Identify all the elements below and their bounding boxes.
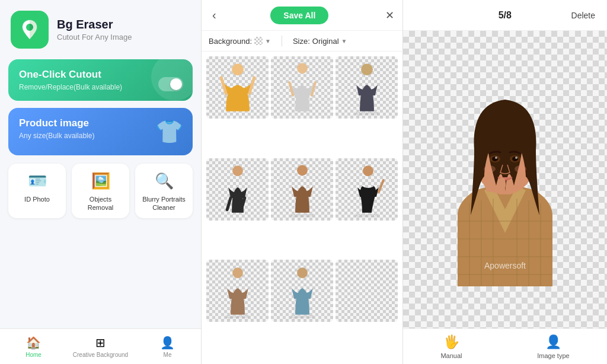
grid-cell-2[interactable] xyxy=(271,56,333,119)
svg-line-14 xyxy=(378,180,383,192)
svg-text:Apowersoft: Apowersoft xyxy=(484,261,526,270)
middle-filters: Background: ▼ Size: Original ▼ xyxy=(202,31,402,52)
id-photo-label: ID Photo xyxy=(24,195,50,203)
preview-area: Apowersoft xyxy=(403,31,607,328)
me-icon: 👤 xyxy=(160,336,175,350)
tshirt-icon: 👕 xyxy=(155,119,183,145)
filter-divider xyxy=(282,36,282,46)
svg-point-8 xyxy=(361,63,373,75)
image-type-tool[interactable]: 👤 Image type xyxy=(537,334,569,359)
objects-removal-icon: 🖼️ xyxy=(91,172,110,190)
svg-point-12 xyxy=(297,165,308,175)
creative-icon: ⊞ xyxy=(95,336,106,350)
app-icon xyxy=(11,11,49,49)
grid-cell-9[interactable] xyxy=(336,260,398,322)
image-counter: 5/8 xyxy=(448,10,562,21)
size-chevron-icon: ▼ xyxy=(341,38,347,44)
app-header: Bg Eraser Cutout For Any Image xyxy=(0,0,201,55)
tool-grid: 🪪 ID Photo 🖼️ Objects Removal 🔍 Blurry P… xyxy=(8,164,193,218)
size-label: Size: xyxy=(293,37,310,46)
svg-point-5 xyxy=(297,63,308,74)
image-grid: Apowersoft Apowersoft xyxy=(202,52,402,364)
objects-removal-tool[interactable]: 🖼️ Objects Removal xyxy=(72,164,129,218)
id-photo-tool[interactable]: 🪪 ID Photo xyxy=(8,164,66,218)
grid-cell-1[interactable] xyxy=(206,56,269,119)
blurry-portraits-tool[interactable]: 🔍 Blurry Portraits Cleaner xyxy=(135,164,193,218)
middle-panel: ‹ Save All ✕ Background: ▼ Size: Origina… xyxy=(202,0,403,364)
watermark-5: Apowersoft xyxy=(290,212,314,217)
toggle-knob xyxy=(170,78,182,90)
right-bottom-bar: 🖐️ Manual 👤 Image type xyxy=(403,328,607,364)
svg-point-15 xyxy=(232,267,243,278)
left-content: One-Click Cutout Remove/Replace(Bulk ava… xyxy=(0,55,201,328)
svg-point-34 xyxy=(495,157,497,159)
nav-me[interactable]: 👤 Me xyxy=(134,329,201,364)
grid-cell-6[interactable]: Apowersoft xyxy=(336,158,398,221)
size-value: Original xyxy=(312,37,339,46)
back-button[interactable]: ‹ xyxy=(210,6,219,24)
app-title-block: Bg Eraser Cutout For Any Image xyxy=(57,18,132,41)
watermark-6: Apowersoft xyxy=(354,212,378,217)
bg-chevron-icon: ▼ xyxy=(265,38,271,44)
blurry-portraits-label: Blurry Portraits Cleaner xyxy=(140,195,188,212)
nav-creative-label: Creative Background xyxy=(73,352,128,358)
manual-label: Manual xyxy=(440,352,462,359)
toggle-wrap xyxy=(158,77,183,91)
svg-point-37 xyxy=(515,165,526,173)
cutout-toggle[interactable] xyxy=(158,77,183,91)
bottom-nav: 🏠 Home ⊞ Creative Background 👤 Me xyxy=(0,328,201,364)
id-photo-icon: 🪪 xyxy=(28,172,47,190)
nav-creative[interactable]: ⊞ Creative Background xyxy=(67,329,134,364)
nav-home[interactable]: 🏠 Home xyxy=(0,329,67,364)
home-icon: 🏠 xyxy=(26,336,41,350)
svg-point-36 xyxy=(484,165,496,173)
image-type-icon: 👤 xyxy=(545,334,561,350)
left-panel: Bg Eraser Cutout For Any Image One-Click… xyxy=(0,0,202,364)
blurry-portraits-icon: 🔍 xyxy=(155,172,174,190)
manual-tool[interactable]: 🖐️ Manual xyxy=(440,334,462,359)
grid-cell-4[interactable] xyxy=(206,158,269,221)
grid-cell-3[interactable]: Apowersoft xyxy=(336,56,398,119)
app-title: Bg Eraser xyxy=(57,18,132,31)
svg-point-13 xyxy=(363,165,373,176)
svg-point-2 xyxy=(232,63,244,75)
product-card[interactable]: Product image Any size(Bulk available) 👕 xyxy=(8,108,193,155)
cutout-card[interactable]: One-Click Cutout Remove/Replace(Bulk ava… xyxy=(8,59,193,101)
svg-point-35 xyxy=(515,157,517,159)
watermark-8: Apowersoft xyxy=(290,313,314,318)
checker-icon xyxy=(254,37,263,45)
save-all-button[interactable]: Save All xyxy=(270,7,328,24)
grid-cell-5[interactable]: Apowersoft xyxy=(271,158,333,221)
close-button[interactable]: ✕ xyxy=(385,9,394,22)
background-filter[interactable]: Background: ▼ xyxy=(209,37,271,46)
middle-toolbar: ‹ Save All ✕ xyxy=(202,0,402,31)
nav-me-label: Me xyxy=(164,352,172,358)
svg-point-16 xyxy=(297,267,308,278)
watermark-3: Apowersoft xyxy=(354,110,378,115)
grid-cell-7[interactable]: Apowersoft xyxy=(206,260,269,322)
preview-image: Apowersoft xyxy=(434,73,576,286)
svg-line-10 xyxy=(227,198,231,210)
delete-button[interactable]: Delete xyxy=(571,11,595,20)
right-panel: 5/8 Delete xyxy=(403,0,607,364)
image-type-label: Image type xyxy=(537,352,569,359)
watermark-7: Apowersoft xyxy=(225,313,249,318)
objects-removal-label: Objects Removal xyxy=(76,195,124,212)
grid-cell-8[interactable]: Apowersoft xyxy=(271,260,333,322)
hand-icon: 🖐️ xyxy=(443,334,459,350)
app-subtitle: Cutout For Any Image xyxy=(57,33,132,41)
right-toolbar: 5/8 Delete xyxy=(403,0,607,31)
background-label: Background: xyxy=(209,37,252,46)
size-filter[interactable]: Size: Original ▼ xyxy=(293,37,347,46)
svg-point-9 xyxy=(232,165,243,176)
nav-home-label: Home xyxy=(25,352,41,358)
